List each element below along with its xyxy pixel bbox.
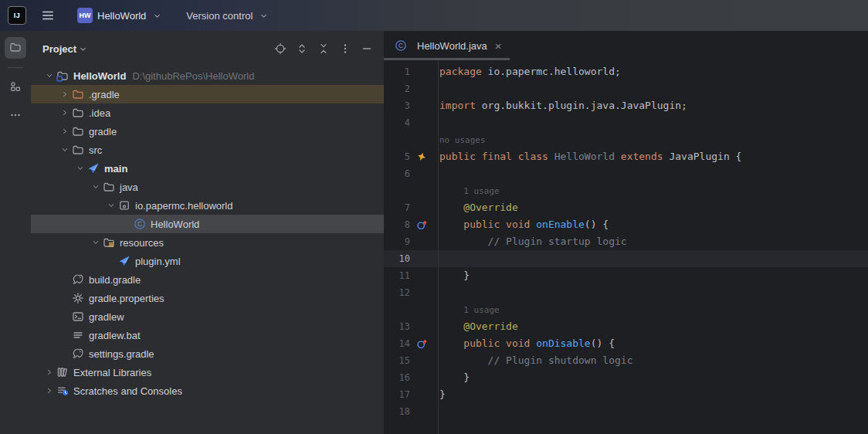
code-text: import org.bukkit.plugin.java.JavaPlugin… [431, 97, 687, 114]
line-number[interactable]: 18 [384, 403, 410, 420]
tree-item-settings-gradle[interactable]: settings.gradle [31, 344, 384, 363]
code-line-6[interactable]: 6 [384, 165, 868, 182]
tree-item-build-gradle[interactable]: build.gradle [31, 270, 384, 289]
line-number[interactable]: 16 [384, 369, 410, 386]
overriding-method-gutter-icon[interactable] [412, 338, 431, 350]
vcs-widget-label: Version control [186, 10, 253, 22]
collapse-all-button[interactable] [314, 39, 333, 58]
project-path: D:\githubRePos\HelloWorld [132, 70, 254, 82]
line-number[interactable]: 7 [384, 199, 410, 216]
code-line-8[interactable]: 8 public void onEnable() { [384, 216, 868, 233]
inlay-hint-row[interactable]: 1 usage [384, 301, 868, 318]
chevron-down-icon[interactable] [43, 70, 56, 82]
line-number[interactable]: 10 [384, 250, 410, 267]
project-panel-title[interactable]: Project [42, 43, 76, 55]
chevron-down-icon[interactable] [59, 144, 71, 156]
line-number[interactable]: 8 [384, 216, 410, 233]
code-line-15[interactable]: 15 // Plugin shutdown logic [384, 352, 868, 369]
chevron-right-icon[interactable] [59, 107, 71, 119]
line-number[interactable]: 1 [384, 63, 410, 80]
code-editor[interactable]: 1package io.papermc.helloworld;23import … [384, 60, 868, 434]
tree-item-io-papermc-helloworld[interactable]: io.papermc.helloworld [31, 196, 384, 215]
tree-item-helloworld[interactable]: HelloWorldD:\githubRePos\HelloWorld [31, 66, 384, 85]
tree-item-helloworld[interactable]: CHelloWorld [31, 215, 384, 233]
structure-tool-button[interactable] [5, 76, 26, 98]
vcs-widget[interactable]: Version control [181, 5, 274, 26]
tree-item-plugin-yml[interactable]: plugin.yml [31, 252, 384, 270]
chevron-down-icon[interactable] [90, 181, 102, 193]
tree-item-src[interactable]: src [31, 141, 384, 159]
code-line-9[interactable]: 9 // Plugin startup logic [384, 233, 868, 250]
line-number[interactable]: 14 [384, 335, 410, 352]
line-number[interactable]: 12 [384, 284, 410, 301]
code-line-13[interactable]: 13 @Override [384, 318, 868, 335]
code-line-4[interactable]: 4 [384, 114, 868, 131]
line-number[interactable]: 2 [384, 80, 410, 97]
code-line-10[interactable]: 10 [384, 250, 868, 267]
line-number[interactable]: 13 [384, 318, 410, 335]
chevron-right-icon[interactable] [59, 88, 71, 100]
chevron-down-icon[interactable] [90, 236, 102, 249]
intellij-logo[interactable]: IJ [8, 6, 26, 25]
line-number[interactable]: 11 [384, 267, 410, 284]
tab-helloworld-java[interactable]: C HelloWorld.java × [384, 31, 510, 60]
code-line-1[interactable]: 1package io.papermc.helloworld; [384, 63, 868, 80]
code-text: package io.papermc.helloworld; [431, 63, 621, 80]
tree-item-gradle[interactable]: gradle [31, 122, 384, 141]
tree-item-gradlew-bat[interactable]: gradlew.bat [31, 326, 384, 344]
plugin-class-gutter-icon[interactable] [412, 151, 431, 162]
tree-item-gradle-properties[interactable]: gradle.properties [31, 289, 384, 307]
panel-options-button[interactable] [336, 39, 354, 58]
tree-item-gradlew[interactable]: gradlew [31, 307, 384, 326]
resources-icon [102, 236, 116, 249]
line-number[interactable]: 3 [384, 97, 410, 114]
expand-all-button[interactable] [293, 39, 311, 58]
line-number[interactable]: 6 [384, 165, 410, 182]
project-tree: HelloWorldD:\githubRePos\HelloWorld.grad… [31, 66, 384, 434]
code-text: } [431, 369, 470, 386]
code-line-17[interactable]: 17} [384, 386, 868, 403]
hamburger-menu-icon[interactable] [37, 5, 59, 26]
project-widget[interactable]: HW HelloWorld [73, 5, 168, 26]
code-line-3[interactable]: 3import org.bukkit.plugin.java.JavaPlugi… [384, 97, 868, 114]
inlay-hint-row[interactable]: no usages [384, 131, 868, 148]
code-line-11[interactable]: 11 } [384, 267, 868, 284]
tree-item-external-libraries[interactable]: External Libraries [31, 363, 384, 381]
project-widget-label: HelloWorld [97, 10, 146, 22]
tree-item-java[interactable]: java [31, 178, 384, 196]
tree-item-label: build.gradle [89, 274, 141, 286]
tree-item-main[interactable]: main [31, 159, 384, 178]
chevron-right-icon[interactable] [43, 385, 56, 397]
more-icon [9, 109, 22, 124]
chevron-down-icon[interactable] [105, 199, 117, 212]
overriding-method-gutter-icon[interactable] [412, 219, 431, 231]
code-line-18[interactable]: 18 [384, 403, 868, 420]
chevron-right-icon[interactable] [59, 125, 71, 137]
inlay-hint-row[interactable]: 1 usage [384, 182, 868, 199]
code-line-5[interactable]: 5public final class HelloWorld extends J… [384, 148, 868, 165]
close-tab-icon[interactable]: × [495, 40, 502, 52]
code-line-12[interactable]: 12 [384, 284, 868, 301]
tree-item--idea[interactable]: .idea [31, 103, 384, 122]
code-line-7[interactable]: 7 @Override [384, 199, 868, 216]
tool-window-stripe [0, 31, 31, 434]
hide-panel-button[interactable] [358, 39, 376, 58]
more-tool-windows-button[interactable] [5, 105, 26, 127]
code-line-14[interactable]: 14 public void onDisable() { [384, 335, 868, 352]
code-text: public void onEnable() { [431, 216, 609, 233]
select-opened-file-button[interactable] [271, 39, 290, 58]
line-number[interactable]: 4 [384, 114, 410, 131]
code-line-16[interactable]: 16 } [384, 369, 868, 386]
tree-item-resources[interactable]: resources [31, 233, 384, 252]
chevron-down-icon[interactable] [74, 162, 86, 175]
line-number[interactable]: 15 [384, 352, 410, 369]
tree-item--gradle[interactable]: .gradle [31, 85, 384, 103]
tree-item-scratches-and-consoles[interactable]: Scratches and Consoles [31, 381, 384, 400]
project-tool-button[interactable] [5, 37, 26, 59]
line-number[interactable]: 5 [384, 148, 410, 165]
line-number[interactable]: 17 [384, 386, 410, 403]
line-number[interactable]: 9 [384, 233, 410, 250]
tree-item-label: resources [120, 237, 164, 249]
code-line-2[interactable]: 2 [384, 80, 868, 97]
chevron-right-icon[interactable] [43, 366, 56, 378]
